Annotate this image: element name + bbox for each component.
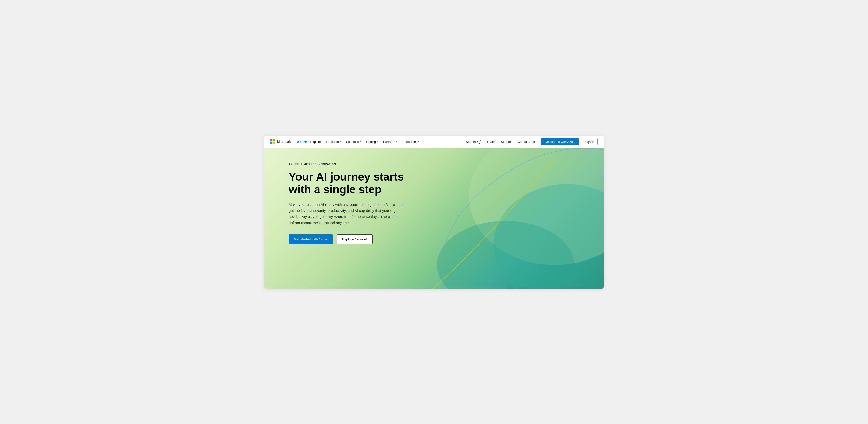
logo-cell-red (270, 139, 273, 141)
solutions-label: Solutions (346, 140, 359, 143)
svg-point-2 (437, 221, 574, 289)
products-chevron-icon: ▾ (340, 140, 341, 143)
sign-in-button[interactable]: Sign in (581, 138, 598, 145)
contact-sales-link[interactable]: Contact Sales (516, 138, 539, 145)
hero-description: Make your platform AI-ready with a strea… (289, 202, 405, 226)
products-nav-link[interactable]: Products ▾ (324, 138, 343, 145)
nav-links: Explore Products ▾ Solutions ▾ Pricing ▾… (308, 138, 464, 145)
explore-nav-link[interactable]: Explore (308, 138, 323, 145)
learn-link[interactable]: Learn (485, 138, 497, 145)
logo-cell-green (273, 139, 275, 141)
hero-eyebrow: AZURE. LIMITLESS INNOVATION. (289, 163, 405, 166)
resources-nav-link[interactable]: Resources ▾ (400, 138, 422, 145)
resources-label: Resources (402, 140, 417, 143)
get-started-button[interactable]: Get started with Azure (541, 138, 579, 145)
support-link[interactable]: Support (499, 138, 514, 145)
navbar: Microsoft Azure Explore Products ▾ Solut… (265, 136, 603, 148)
navbar-actions: Search Learn Support Contact Sales Get s… (464, 138, 598, 145)
hero-get-started-button[interactable]: Get started with Azure (289, 234, 333, 244)
resources-chevron-icon: ▾ (418, 140, 419, 143)
pricing-label: Pricing (366, 140, 376, 143)
hero-section: AZURE. LIMITLESS INNOVATION. Your AI jou… (265, 148, 603, 289)
logo-cell-blue (270, 142, 273, 144)
search-label: Search (466, 140, 476, 143)
microsoft-brand-link[interactable]: Microsoft (270, 139, 291, 144)
hero-title: Your AI journey starts with a single ste… (289, 170, 405, 196)
search-button[interactable]: Search (464, 138, 483, 145)
partners-nav-link[interactable]: Partners ▾ (381, 138, 399, 145)
hero-content: AZURE. LIMITLESS INNOVATION. Your AI jou… (265, 148, 429, 259)
partners-chevron-icon: ▾ (396, 140, 397, 143)
partners-label: Partners (383, 140, 395, 143)
search-icon (477, 140, 481, 143)
solutions-chevron-icon: ▾ (360, 140, 361, 143)
pricing-nav-link[interactable]: Pricing ▾ (364, 138, 380, 145)
navbar-divider (294, 139, 294, 144)
svg-point-1 (493, 184, 603, 289)
svg-point-0 (469, 148, 603, 265)
hero-buttons: Get started with Azure Explore Azure AI (289, 234, 405, 244)
microsoft-logo (270, 139, 275, 144)
microsoft-label: Microsoft (277, 140, 291, 143)
hero-explore-ai-button[interactable]: Explore Azure AI (337, 234, 373, 244)
azure-product-link[interactable]: Azure (297, 140, 307, 144)
products-label: Products (327, 140, 339, 143)
solutions-nav-link[interactable]: Solutions ▾ (344, 138, 363, 145)
explore-label: Explore (310, 140, 321, 143)
logo-cell-yellow (273, 142, 275, 144)
pricing-chevron-icon: ▾ (377, 140, 378, 143)
page-wrapper: Microsoft Azure Explore Products ▾ Solut… (265, 136, 603, 289)
